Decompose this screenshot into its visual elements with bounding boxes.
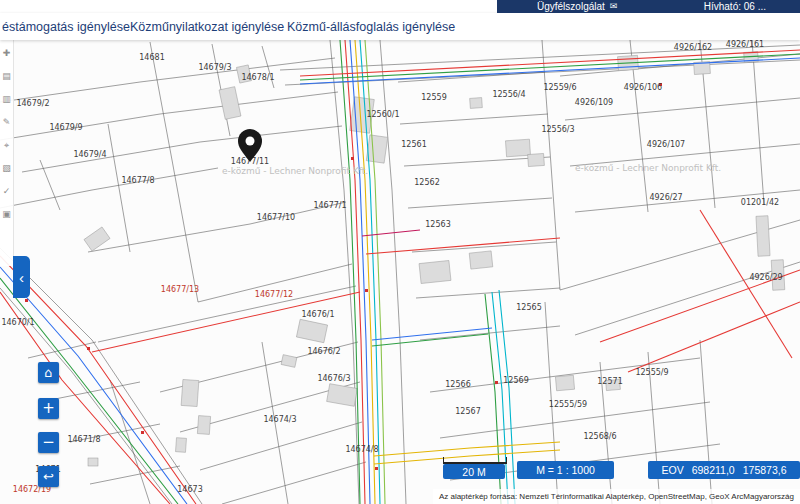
- parcel-label: 14677/10: [257, 213, 295, 222]
- app-window: Ügyfélszolgálat ✉ Hívható: 06 ... éstámo…: [0, 0, 800, 504]
- sidebar-tool-icon[interactable]: ▤: [2, 71, 11, 81]
- parcel-label: 4926/29: [749, 273, 782, 282]
- sidebar-tool-icon[interactable]: ⌖: [4, 140, 9, 150]
- parcel-label: 12571: [597, 377, 622, 386]
- scale-bar-label: 20 M: [443, 464, 505, 479]
- parcel-label: 12563: [425, 220, 450, 229]
- parcel-label: 14681: [139, 53, 164, 62]
- parcel-labels-layer: 1468114679/314678/114679/214679/914679/4…: [1, 40, 782, 494]
- panel-collapse-button[interactable]: ‹: [13, 256, 30, 298]
- sidebar-tool-icon[interactable]: ✎: [3, 117, 11, 127]
- attribution-text: Az alaptérkép forrása: Nemzeti Térinform…: [439, 492, 794, 501]
- parcel-label: 12556/3: [541, 125, 574, 134]
- coord-x-value: 698211,0: [692, 464, 735, 476]
- tab-bar: éstámogatás igénylése Közműnyilatkozat i…: [0, 13, 800, 40]
- tab-kozmu-allasfoglalas-igenylese[interactable]: Közmű-állásfoglalás igénylése: [287, 13, 455, 40]
- parcel-label: 4926/161: [726, 40, 764, 49]
- parcel-label: 14678/1: [241, 73, 274, 82]
- parcel-label: 12555/59: [549, 400, 587, 409]
- utility-lines-layer: [0, 40, 800, 504]
- parcel-label: 4926/162: [674, 43, 712, 52]
- parcel-label: 14679/4: [73, 150, 106, 159]
- parcel-label: 14676/1: [301, 310, 334, 319]
- coordinate-readout: EOV 698211,0 175873,6: [648, 461, 800, 479]
- zoom-in-button[interactable]: +: [38, 398, 59, 419]
- watermark-text: e-közmű - Lechner Nonprofit Kft.: [222, 166, 368, 176]
- watermark-text: e-közmű - Lechner Nonprofit Kft.: [575, 163, 721, 173]
- phone-info: Hívható: 06 ...: [704, 0, 766, 13]
- minus-icon: −: [42, 435, 55, 450]
- coord-y-value: 175873,6: [743, 464, 787, 476]
- parcel-label: 12562: [414, 178, 439, 187]
- sidebar-tool-icon[interactable]: ✓: [3, 186, 11, 196]
- left-tool-strip: ✚▤▥✎⌖▧✓▣: [0, 40, 14, 266]
- parcel-label: 12556/4: [492, 90, 525, 99]
- zoom-out-button[interactable]: −: [38, 432, 59, 453]
- parcel-label: 12559: [421, 93, 446, 102]
- parcel-label: 12569: [503, 376, 528, 385]
- ratio-value: M = 1 : 1000: [536, 464, 595, 476]
- scale-value: 20 M: [462, 466, 485, 478]
- parcel-label: 14676/2: [307, 347, 340, 356]
- tab-kozmunyilatkozat-igenylese[interactable]: Közműnyilatkozat igénylése: [130, 13, 284, 40]
- parcel-label: 14677/8: [121, 176, 154, 185]
- parcel-label: 14674/3: [263, 415, 296, 424]
- undo-arrow-icon: ↩: [43, 470, 54, 483]
- parcel-label: 14677/1: [313, 201, 346, 210]
- parcel-label: 12565: [516, 303, 541, 312]
- parcel-label: 14671/8: [67, 435, 100, 444]
- sidebar-tool-icon[interactable]: ▥: [2, 94, 11, 104]
- map-canvas[interactable]: e-közmű - Lechner Nonprofit Kft.e-közmű …: [0, 40, 800, 504]
- parcel-label: 4926/107: [647, 140, 685, 149]
- parcel-label: 12559/6: [543, 83, 576, 92]
- map-attribution: Az alaptérkép forrása: Nemzeti Térinform…: [433, 489, 800, 504]
- parcel-label: 14676/3: [317, 374, 350, 383]
- customer-service-label: Ügyfélszolgálat: [537, 0, 605, 13]
- buildings-layer: [84, 52, 785, 466]
- map-svg[interactable]: e-közmű - Lechner Nonprofit Kft.e-közmű …: [0, 40, 800, 504]
- parcel-label: 14677/12: [255, 290, 293, 299]
- parcel-label: 14674/8: [345, 445, 378, 454]
- tab-tervezestamogatas-igenylese[interactable]: éstámogatás igénylése: [2, 13, 130, 40]
- plus-icon: +: [42, 401, 55, 416]
- parcel-label: 12566: [445, 380, 470, 389]
- mail-icon: ✉: [610, 0, 618, 13]
- parcel-label: 14679/3: [198, 63, 231, 72]
- parcel-label: 14679/9: [49, 123, 82, 132]
- top-bar: Ügyfélszolgálat ✉ Hívható: 06 ...: [497, 0, 800, 13]
- parcel-label: 4926/109: [575, 98, 613, 107]
- parcel-boundary-lines: [0, 40, 800, 504]
- parcel-label: 4926/27: [649, 193, 682, 202]
- parcel-label: 12568/6: [583, 432, 616, 441]
- map-scale-ratio: M = 1 : 1000: [517, 461, 614, 479]
- parcel-label: 14673: [177, 485, 202, 494]
- customer-service-link[interactable]: Ügyfélszolgálat ✉: [537, 0, 617, 13]
- back-button[interactable]: ↩: [38, 466, 59, 487]
- parcel-label: 14670/1: [1, 318, 34, 327]
- watermark-layer: e-közmű - Lechner Nonprofit Kft.e-közmű …: [222, 163, 721, 176]
- home-button[interactable]: ⌂: [38, 362, 59, 383]
- parcel-label: 12561: [401, 140, 426, 149]
- chevron-left-icon: ‹: [19, 269, 24, 286]
- coord-system-label: EOV: [662, 464, 684, 476]
- parcel-label: 14677/13: [161, 285, 199, 294]
- sidebar-tool-icon[interactable]: ✚: [3, 48, 11, 58]
- sidebar-tool-icon[interactable]: ▧: [2, 163, 11, 173]
- parcel-label: 12567: [455, 407, 480, 416]
- parcel-label: 01201/42: [741, 198, 779, 207]
- scale-bar-line: [443, 457, 507, 464]
- parcel-label: 14679/2: [16, 99, 49, 108]
- phone-label: Hívható: 06 ...: [704, 0, 766, 13]
- parcel-label: 12555/9: [635, 368, 668, 377]
- parcel-label: 4926/106: [624, 83, 662, 92]
- home-icon: ⌂: [44, 366, 52, 379]
- parcel-label: 12560/1: [366, 110, 399, 119]
- sidebar-tool-icon[interactable]: ▣: [2, 209, 11, 219]
